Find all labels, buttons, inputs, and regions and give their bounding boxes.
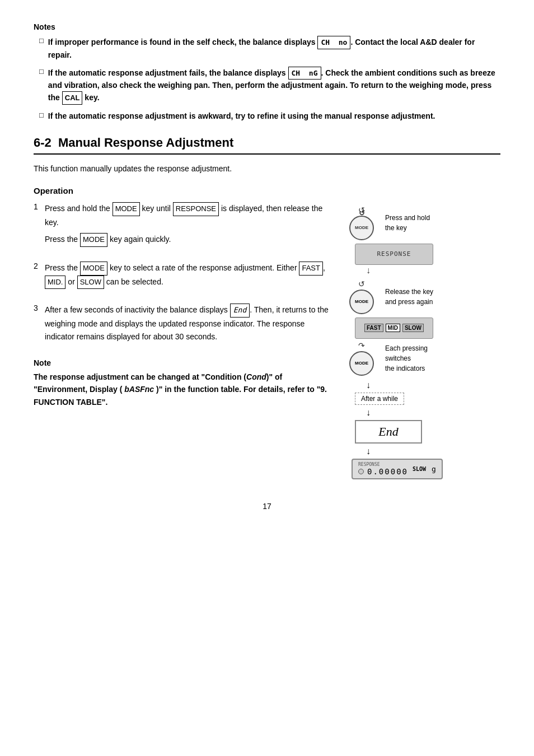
- mode-btn-1-label: MODE: [355, 225, 368, 230]
- diagram-step-2: ↺ MODE Release the key and press again: [349, 279, 433, 314]
- main-content: 1 Press and hold the MODE key until RESP…: [34, 202, 500, 479]
- mode-btn-2-label: MODE: [355, 299, 368, 304]
- diagram-label-1: Press and hold the key: [385, 213, 430, 233]
- step-1-text: Press and hold the MODE key until RESPON…: [45, 202, 332, 251]
- section-header: 6-2 Manual Response Adjustment This func…: [34, 136, 500, 175]
- step-2-text: Press the MODE key to select a rate of t…: [45, 262, 332, 294]
- operation-section: Operation 1 Press and hold the MODE key …: [34, 186, 500, 479]
- note-item-1-text: If improper performance is found in the …: [48, 36, 500, 61]
- response-display-step1: RESPONSE: [173, 202, 219, 216]
- fast-key: FAST: [299, 262, 323, 276]
- note-item-1: If improper performance is found in the …: [34, 36, 500, 61]
- weight-unit: g: [432, 465, 436, 473]
- response-display-panel: RESPONSE: [355, 244, 433, 265]
- after-while-box: After a while: [355, 393, 404, 405]
- operation-title: Operation: [34, 186, 500, 195]
- step-3-text: After a few seconds of inactivity the ba…: [45, 304, 332, 347]
- section-title: 6-2 Manual Response Adjustment: [34, 136, 500, 155]
- notes-title: Notes: [34, 22, 500, 31]
- note-body: The response adjustment can be changed a…: [34, 371, 332, 408]
- step-3-num: 3: [34, 304, 45, 312]
- mid-label: MID: [386, 324, 400, 332]
- balance-display-1: RESPONSE: [349, 244, 433, 265]
- slow-label-panel: SLOW: [402, 324, 424, 332]
- cal-key-label: CAL: [62, 91, 83, 105]
- section-intro: This function manually updates the respo…: [34, 162, 500, 175]
- mode-key-step1b: MODE: [80, 233, 107, 247]
- mode-key-step1a: MODE: [113, 202, 140, 216]
- note-section: Note The response adjustment can be chan…: [34, 358, 332, 408]
- step-2-num: 2: [34, 262, 45, 270]
- note-item-2: If the automatic response adjustment fai…: [34, 67, 500, 105]
- indicator-dot: [358, 469, 364, 474]
- mode-btn-3-label: MODE: [355, 361, 368, 366]
- slow-key: SLOW: [77, 276, 104, 290]
- weight-value: 0.00000: [367, 467, 408, 476]
- note-item-3: If the automatic response adjustment is …: [34, 110, 500, 122]
- diagram-label-2: Release the key and press again: [385, 287, 433, 307]
- page-footer: 17: [34, 502, 500, 511]
- step-1-num: 1: [34, 202, 45, 211]
- fast-label: FAST: [364, 324, 383, 332]
- arrow-1: ↓: [366, 266, 371, 275]
- arrow-3: ↓: [366, 408, 371, 418]
- balance-display-2: FAST MID SLOW: [355, 318, 433, 339]
- mid-key: MID.: [45, 276, 65, 290]
- notes-section: Notes If improper performance is found i…: [34, 22, 500, 122]
- fast-mid-slow-panel: FAST MID SLOW: [355, 318, 433, 339]
- step-3: 3 After a few seconds of inactivity the …: [34, 304, 332, 347]
- slow-indicator: SLOW: [413, 466, 426, 472]
- arrow-4: ↓: [366, 446, 371, 456]
- end-display-step3: End: [230, 304, 250, 318]
- arrow-2: ↓: [366, 380, 371, 390]
- note-item-3-text: If the automatic response adjustment is …: [48, 110, 435, 122]
- mode-btn-3: MODE: [349, 351, 374, 376]
- page-number: 17: [263, 502, 271, 511]
- note-title: Note: [34, 358, 332, 367]
- end-display-diagram: End: [355, 420, 422, 444]
- mode-key-step2: MODE: [80, 262, 107, 276]
- display-ch-no: CH no: [317, 36, 350, 49]
- diagram-label-3: Each pressing switches the indicators: [385, 343, 428, 374]
- weight-display-panel: RESPONSE 0.00000 SLOW g: [352, 459, 443, 479]
- mode-btn-1: MODE: [349, 216, 374, 240]
- diagram-step-1: ↺ MODE Press and hold the key: [349, 206, 430, 240]
- diagram: ↺ MODE Press and hold the key RESPONSE: [344, 202, 500, 479]
- display-ch-ng: CH nG: [288, 67, 321, 80]
- mode-btn-2: MODE: [349, 290, 374, 314]
- step-1: 1 Press and hold the MODE key until RESP…: [34, 202, 332, 251]
- steps-content: 1 Press and hold the MODE key until RESP…: [34, 202, 332, 479]
- response-small-label: RESPONSE: [358, 462, 380, 467]
- note-item-2-text: If the automatic response adjustment fai…: [48, 67, 500, 105]
- diagram-step-3: ↷ MODE Each pressing switches the indica…: [349, 341, 428, 376]
- step-2: 2 Press the MODE key to select a rate of…: [34, 262, 332, 294]
- notes-list: If improper performance is found in the …: [34, 36, 500, 122]
